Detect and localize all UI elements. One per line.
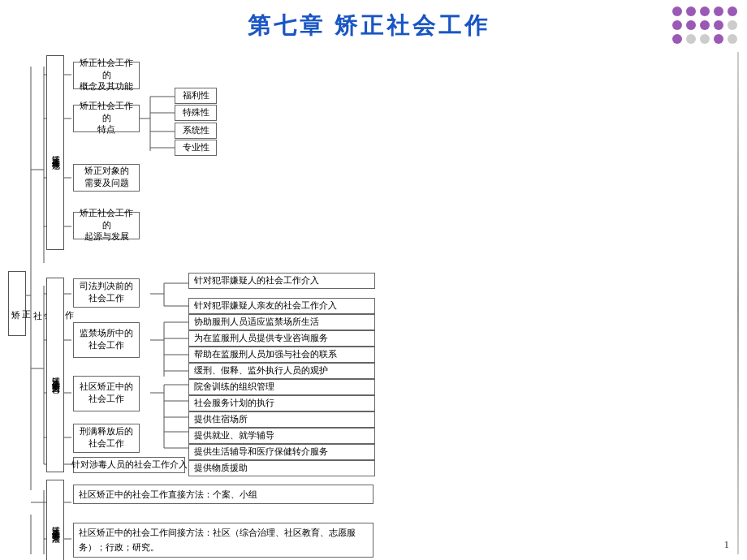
box-shequ-3: 提供住宿场所 bbox=[188, 411, 375, 428]
header: 第七章 矫正社会工作 bbox=[8, 6, 739, 45]
box-indirect: 社区矫正中的社会工作间接方法：社区（综合治理、社区教育、志愿服务）；行政；研究。 bbox=[73, 523, 374, 558]
root-label: 矫正社会工作 bbox=[8, 271, 26, 336]
box-jianjin-2: 为在监服刑人员提供专业咨询服务 bbox=[188, 330, 375, 347]
neirong-label: 矫正社会工作的主要内容 bbox=[46, 278, 64, 472]
box-zhuanye: 专业性 bbox=[175, 140, 217, 156]
box-qiyuan: 矫正社会工作的起源与发展 bbox=[73, 212, 140, 239]
box-fuli: 福利性 bbox=[175, 88, 217, 104]
box-jianjin: 监禁场所中的社会工作 bbox=[73, 322, 140, 358]
page-number: 1 bbox=[724, 538, 730, 551]
box-jianjin-3: 帮助在监服刑人员加强与社会的联系 bbox=[188, 347, 375, 363]
box-shedu: 针对涉毒人员的社会工作介入 bbox=[73, 457, 185, 473]
box-shequ-1: 院舍训练的组织管理 bbox=[188, 379, 375, 395]
box-shequ-2: 社会服务计划的执行 bbox=[188, 395, 375, 411]
box-direct: 社区矫正中的社会工作直接方法：个案、小组 bbox=[73, 485, 374, 504]
box-xuyao: 矫正对象的需要及问题 bbox=[73, 164, 140, 192]
box-sifa: 司法判决前的社会工作 bbox=[73, 278, 140, 308]
box-jianjin-4: 缓刑、假释、监外执行人员的观护 bbox=[188, 363, 375, 379]
box-shequ-5: 提供生活辅导和医疗保健转介服务 bbox=[188, 444, 375, 460]
box-xingman: 刑满释放后的社会工作 bbox=[73, 424, 140, 453]
box-shequ-6: 提供物质援助 bbox=[188, 460, 375, 476]
fangfa-label: 矫正社会工作的主要方法 bbox=[46, 480, 64, 560]
box-xitong: 系统性 bbox=[175, 123, 217, 139]
box-jianjin-1: 协助服刑人员适应监禁场所生活 bbox=[188, 314, 375, 330]
box-tedian: 矫正社会工作的特点 bbox=[73, 105, 140, 132]
box-sifa-1: 针对犯罪嫌疑人的社会工作介入 bbox=[188, 273, 375, 289]
page-title: 第七章 矫正社会工作 bbox=[73, 11, 664, 41]
logo bbox=[672, 6, 739, 45]
box-shequjiazheng: 社区矫正中的社会工作 bbox=[73, 376, 140, 411]
box-gainian: 矫正社会工作的 概念及其功能 bbox=[73, 62, 140, 89]
box-shequ-4: 提供就业、就学辅导 bbox=[188, 428, 375, 444]
box-teshu: 特殊性 bbox=[175, 105, 217, 121]
box-sifa-2: 针对犯罪嫌疑人亲友的社会工作介入 bbox=[188, 298, 375, 314]
page-container: 第七章 矫正社会工作 bbox=[0, 0, 747, 560]
gaishu-label: 矫正社会工作概述 bbox=[46, 55, 64, 250]
main-content: 矫正社会工作 矫正社会工作概述 矫正社会工作的 概念及其功能 矫正社会工作的特点… bbox=[8, 52, 739, 554]
